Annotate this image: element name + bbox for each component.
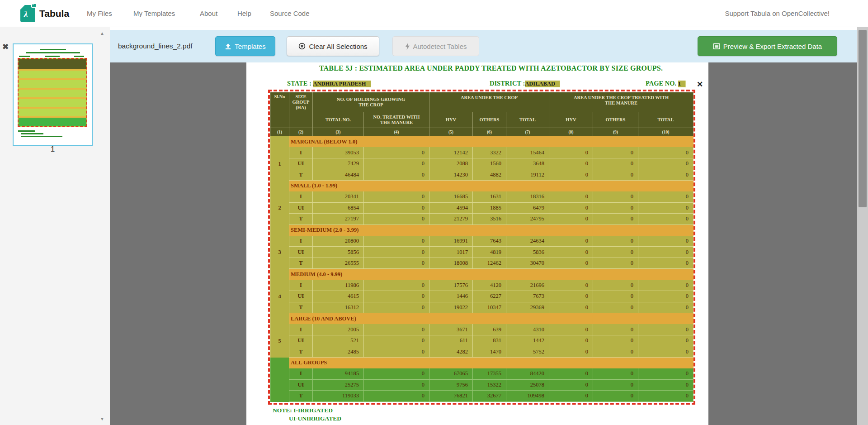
value-cell: 4282 [429, 346, 473, 357]
tabula-app: λ Tabula My Files My Templates About Hel… [0, 0, 868, 425]
note-line-1: NOTE: I-IRRIGATED [273, 406, 341, 415]
page-no-value: 1 [678, 81, 686, 87]
value-cell: 0 [364, 258, 429, 269]
thumb-note-line [18, 130, 35, 132]
lightning-icon [405, 43, 410, 50]
row-label: I [289, 368, 313, 379]
value-cell: 0 [593, 191, 638, 202]
main-scrollbar[interactable] [857, 27, 868, 425]
value-cell: 18008 [429, 258, 473, 269]
value-cell: 0 [638, 391, 693, 401]
thumb-table-header [19, 59, 86, 69]
value-cell: 0 [638, 147, 693, 158]
brand[interactable]: λ Tabula [20, 5, 69, 23]
value-cell: 4310 [506, 324, 549, 335]
value-cell: 18316 [506, 191, 549, 202]
autodetect-tables-button[interactable]: Autodetect Tables [392, 36, 479, 56]
value-cell: 119033 [313, 391, 364, 401]
value-cell: 0 [549, 346, 593, 357]
value-cell: 16991 [429, 236, 473, 247]
tabula-logo-icon: λ [20, 5, 35, 22]
value-cell: 0 [364, 191, 429, 202]
value-cell: 17355 [473, 368, 506, 379]
row-label: UI [289, 335, 313, 346]
nav-source-code[interactable]: Source Code [270, 10, 310, 17]
value-cell: 16685 [429, 191, 473, 202]
value-cell: 7673 [506, 291, 549, 302]
header-colnum-9: (9) [593, 128, 638, 136]
value-cell: 16312 [313, 302, 364, 313]
sidebar-scroll-up-icon[interactable]: ▲ [100, 31, 104, 36]
page-thumbnail[interactable] [13, 43, 93, 146]
nav-my-files[interactable]: My Files [87, 10, 112, 17]
templates-button[interactable]: Templates [215, 36, 275, 56]
value-cell: 0 [638, 191, 693, 202]
value-cell: 0 [549, 368, 593, 379]
value-cell: 24634 [506, 236, 549, 247]
value-cell: 0 [638, 380, 693, 391]
value-cell: 0 [549, 147, 593, 158]
table-group: MEDIUM (4.0 - 9.99)4I1198601757641202169… [270, 269, 693, 313]
preview-export-label: Preview & Export Extracted Data [723, 43, 822, 50]
value-cell: 109498 [506, 391, 549, 401]
value-cell: 0 [593, 280, 638, 291]
nav-help[interactable]: Help [237, 10, 251, 17]
header-colnum-8: (8) [549, 128, 593, 136]
value-cell: 0 [364, 236, 429, 247]
value-cell: 0 [638, 214, 693, 224]
value-cell: 26555 [313, 258, 364, 269]
value-cell: 21279 [429, 214, 473, 224]
templates-label: Templates [235, 43, 265, 50]
table-group: LARGE (10 AND ABOVE)5I200503671639431000… [270, 313, 693, 358]
value-cell: 4819 [473, 247, 506, 258]
selection-close-icon[interactable]: ✕ [697, 80, 703, 89]
group-band-label: SEMI-MEDIUM (2.0 - 3.99) [289, 225, 693, 236]
remove-file-icon[interactable]: ✖ [2, 42, 9, 52]
value-cell: 84420 [506, 368, 549, 379]
slno-filler [270, 136, 289, 147]
value-cell: 0 [638, 203, 693, 214]
value-cell: 0 [593, 203, 638, 214]
pdf-viewer-area: TABLE 5J : ESTIMATED AREA UNDER PADDY TR… [110, 62, 857, 425]
clear-all-selections-button[interactable]: Clear All Selections [287, 36, 379, 56]
preview-export-button[interactable]: Preview & Export Extracted Data [698, 36, 837, 56]
table-group: SMALL (1.0 - 1.99)2I20341016685163118316… [270, 181, 693, 225]
row-label: UI [289, 380, 313, 391]
slno-filler [270, 225, 289, 236]
list-alt-icon [713, 43, 720, 50]
header-sub-3: TOTAL NO. [313, 112, 364, 128]
value-cell: 20341 [313, 191, 364, 202]
nav-about[interactable]: About [200, 10, 217, 17]
value-cell: 0 [364, 247, 429, 258]
row-label: T [289, 346, 313, 357]
value-cell: 0 [549, 391, 593, 401]
value-cell: 0 [549, 191, 593, 202]
value-cell: 1885 [473, 203, 506, 214]
nav-my-templates[interactable]: My Templates [133, 10, 175, 17]
row-label: T [289, 258, 313, 269]
support-link[interactable]: Support Tabula on OpenCollective! [725, 10, 830, 17]
note-line-2: UI-UNIRRIGATED [289, 415, 341, 423]
thumb-meta-line [74, 56, 84, 57]
pdf-page[interactable]: TABLE 5J : ESTIMATED AREA UNDER PADDY TR… [246, 62, 708, 425]
value-cell: 0 [549, 380, 593, 391]
header-size-group: SIZEGROUP(HA) [289, 92, 313, 128]
value-cell: 0 [364, 147, 429, 158]
value-cell: 11986 [313, 280, 364, 291]
slno-filler [270, 313, 289, 324]
district-field: DISTRICT :ADILABAD [490, 80, 560, 87]
thumb-meta-line [19, 56, 30, 57]
slno-cell: 3 [270, 236, 289, 269]
value-cell: 0 [593, 346, 638, 357]
value-cell: 7429 [313, 158, 364, 169]
header-colnum-6: (6) [473, 128, 506, 136]
value-cell: 19022 [429, 302, 473, 313]
district-value: ADILABAD [525, 81, 560, 87]
value-cell: 17576 [429, 280, 473, 291]
main-scrollbar-thumb[interactable] [859, 30, 867, 207]
sidebar-scroll-down-icon[interactable]: ▼ [100, 416, 104, 421]
value-cell: 0 [549, 291, 593, 302]
header-colnum-7: (7) [506, 128, 549, 136]
value-cell: 0 [638, 324, 693, 335]
header-slno: Sl.No [270, 92, 289, 128]
